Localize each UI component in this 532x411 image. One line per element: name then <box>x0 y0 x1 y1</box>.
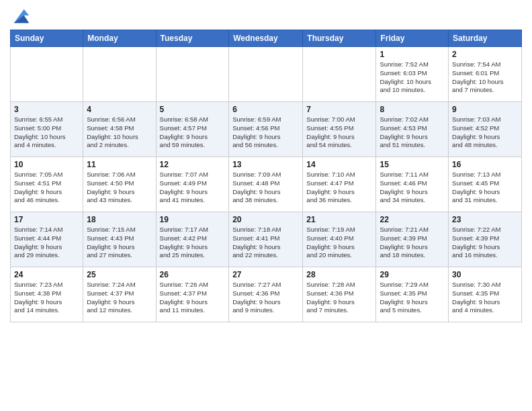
day-info: Sunrise: 7:07 AM Sunset: 4:49 PM Dayligh… <box>160 171 226 205</box>
calendar-cell: 14Sunrise: 7:10 AM Sunset: 4:47 PM Dayli… <box>303 157 376 212</box>
day-number: 12 <box>160 160 226 169</box>
day-number: 3 <box>14 105 79 114</box>
day-number: 30 <box>452 270 518 279</box>
weekday-header-monday: Monday <box>83 30 156 47</box>
weekday-header-row: SundayMondayTuesdayWednesdayThursdayFrid… <box>11 30 522 47</box>
day-info: Sunrise: 7:23 AM Sunset: 4:38 PM Dayligh… <box>14 281 79 315</box>
calendar-cell <box>303 47 376 102</box>
day-info: Sunrise: 7:54 AM Sunset: 6:01 PM Dayligh… <box>452 60 518 95</box>
day-number: 15 <box>380 160 445 169</box>
weekday-header-thursday: Thursday <box>303 30 376 47</box>
calendar-table: SundayMondayTuesdayWednesdayThursdayFrid… <box>10 30 522 322</box>
calendar-cell <box>11 47 83 102</box>
day-number: 9 <box>452 105 518 114</box>
calendar-cell: 7Sunrise: 7:00 AM Sunset: 4:55 PM Daylig… <box>303 102 376 157</box>
calendar-cell: 23Sunrise: 7:22 AM Sunset: 4:39 PM Dayli… <box>449 212 522 267</box>
day-number: 4 <box>87 105 152 114</box>
day-number: 25 <box>87 270 152 279</box>
calendar-cell: 19Sunrise: 7:17 AM Sunset: 4:42 PM Dayli… <box>156 212 229 267</box>
calendar-cell: 26Sunrise: 7:26 AM Sunset: 4:37 PM Dayli… <box>156 267 229 322</box>
day-number: 13 <box>232 160 299 169</box>
day-number: 19 <box>160 215 226 224</box>
day-info: Sunrise: 6:58 AM Sunset: 4:57 PM Dayligh… <box>160 116 226 150</box>
calendar-cell: 1Sunrise: 7:52 AM Sunset: 6:03 PM Daylig… <box>376 47 449 102</box>
calendar-cell: 4Sunrise: 6:56 AM Sunset: 4:58 PM Daylig… <box>83 102 156 157</box>
calendar-cell: 30Sunrise: 7:30 AM Sunset: 4:35 PM Dayli… <box>449 267 522 322</box>
day-info: Sunrise: 7:15 AM Sunset: 4:43 PM Dayligh… <box>87 226 152 260</box>
day-number: 17 <box>14 215 79 224</box>
calendar-cell <box>229 47 303 102</box>
calendar-cell: 18Sunrise: 7:15 AM Sunset: 4:43 PM Dayli… <box>83 212 156 267</box>
day-number: 18 <box>87 215 152 224</box>
calendar-cell: 29Sunrise: 7:29 AM Sunset: 4:35 PM Dayli… <box>376 267 449 322</box>
day-number: 28 <box>306 270 372 279</box>
day-info: Sunrise: 7:13 AM Sunset: 4:45 PM Dayligh… <box>452 171 518 205</box>
day-info: Sunrise: 7:09 AM Sunset: 4:48 PM Dayligh… <box>232 171 299 205</box>
weekday-header-sunday: Sunday <box>11 30 83 47</box>
calendar-cell: 16Sunrise: 7:13 AM Sunset: 4:45 PM Dayli… <box>449 157 522 212</box>
calendar-cell: 22Sunrise: 7:21 AM Sunset: 4:39 PM Dayli… <box>376 212 449 267</box>
logo-icon <box>11 7 30 26</box>
day-info: Sunrise: 7:17 AM Sunset: 4:42 PM Dayligh… <box>160 226 226 260</box>
day-info: Sunrise: 6:55 AM Sunset: 5:00 PM Dayligh… <box>14 116 79 150</box>
day-info: Sunrise: 7:05 AM Sunset: 4:51 PM Dayligh… <box>14 171 79 205</box>
day-number: 7 <box>306 105 372 114</box>
calendar-cell: 24Sunrise: 7:23 AM Sunset: 4:38 PM Dayli… <box>11 267 83 322</box>
day-info: Sunrise: 7:19 AM Sunset: 4:40 PM Dayligh… <box>306 226 372 260</box>
calendar-week-3: 10Sunrise: 7:05 AM Sunset: 4:51 PM Dayli… <box>11 157 522 212</box>
day-info: Sunrise: 7:11 AM Sunset: 4:46 PM Dayligh… <box>380 171 445 205</box>
day-number: 2 <box>452 50 518 59</box>
calendar-week-1: 1Sunrise: 7:52 AM Sunset: 6:03 PM Daylig… <box>11 47 522 102</box>
day-number: 11 <box>87 160 152 169</box>
calendar-cell: 17Sunrise: 7:14 AM Sunset: 4:44 PM Dayli… <box>11 212 83 267</box>
calendar-cell: 12Sunrise: 7:07 AM Sunset: 4:49 PM Dayli… <box>156 157 229 212</box>
calendar-cell: 8Sunrise: 7:02 AM Sunset: 4:53 PM Daylig… <box>376 102 449 157</box>
weekday-header-wednesday: Wednesday <box>229 30 303 47</box>
day-number: 6 <box>232 105 299 114</box>
day-number: 27 <box>232 270 299 279</box>
day-info: Sunrise: 7:10 AM Sunset: 4:47 PM Dayligh… <box>306 171 372 205</box>
day-number: 21 <box>306 215 372 224</box>
day-number: 14 <box>306 160 372 169</box>
day-number: 23 <box>452 215 518 224</box>
calendar-cell: 5Sunrise: 6:58 AM Sunset: 4:57 PM Daylig… <box>156 102 229 157</box>
day-number: 26 <box>160 270 226 279</box>
day-number: 1 <box>380 50 445 59</box>
calendar-cell: 27Sunrise: 7:27 AM Sunset: 4:36 PM Dayli… <box>229 267 303 322</box>
calendar-cell: 28Sunrise: 7:28 AM Sunset: 4:36 PM Dayli… <box>303 267 376 322</box>
day-info: Sunrise: 7:26 AM Sunset: 4:37 PM Dayligh… <box>160 281 226 315</box>
calendar-cell: 9Sunrise: 7:03 AM Sunset: 4:52 PM Daylig… <box>449 102 522 157</box>
calendar-cell: 25Sunrise: 7:24 AM Sunset: 4:37 PM Dayli… <box>83 267 156 322</box>
day-number: 29 <box>380 270 445 279</box>
day-number: 8 <box>380 105 445 114</box>
day-info: Sunrise: 7:21 AM Sunset: 4:39 PM Dayligh… <box>380 226 445 260</box>
day-number: 22 <box>380 215 445 224</box>
day-number: 10 <box>14 160 79 169</box>
day-info: Sunrise: 7:28 AM Sunset: 4:36 PM Dayligh… <box>306 281 372 315</box>
page: SundayMondayTuesdayWednesdayThursdayFrid… <box>0 0 532 329</box>
day-number: 20 <box>232 215 299 224</box>
calendar-cell: 3Sunrise: 6:55 AM Sunset: 5:00 PM Daylig… <box>11 102 83 157</box>
calendar-week-5: 24Sunrise: 7:23 AM Sunset: 4:38 PM Dayli… <box>11 267 522 322</box>
calendar-week-2: 3Sunrise: 6:55 AM Sunset: 5:00 PM Daylig… <box>11 102 522 157</box>
day-info: Sunrise: 7:02 AM Sunset: 4:53 PM Dayligh… <box>380 116 445 150</box>
day-info: Sunrise: 7:18 AM Sunset: 4:41 PM Dayligh… <box>232 226 299 260</box>
calendar-cell: 20Sunrise: 7:18 AM Sunset: 4:41 PM Dayli… <box>229 212 303 267</box>
day-info: Sunrise: 6:59 AM Sunset: 4:56 PM Dayligh… <box>232 116 299 150</box>
day-number: 5 <box>160 105 226 114</box>
day-info: Sunrise: 7:27 AM Sunset: 4:36 PM Dayligh… <box>232 281 299 315</box>
calendar-cell: 21Sunrise: 7:19 AM Sunset: 4:40 PM Dayli… <box>303 212 376 267</box>
calendar-week-4: 17Sunrise: 7:14 AM Sunset: 4:44 PM Dayli… <box>11 212 522 267</box>
weekday-header-tuesday: Tuesday <box>156 30 229 47</box>
calendar-cell: 10Sunrise: 7:05 AM Sunset: 4:51 PM Dayli… <box>11 157 83 212</box>
day-number: 24 <box>14 270 79 279</box>
day-info: Sunrise: 7:14 AM Sunset: 4:44 PM Dayligh… <box>14 226 79 260</box>
weekday-header-friday: Friday <box>376 30 449 47</box>
day-info: Sunrise: 7:06 AM Sunset: 4:50 PM Dayligh… <box>87 171 152 205</box>
calendar-cell: 13Sunrise: 7:09 AM Sunset: 4:48 PM Dayli… <box>229 157 303 212</box>
calendar-cell <box>156 47 229 102</box>
day-info: Sunrise: 7:24 AM Sunset: 4:37 PM Dayligh… <box>87 281 152 315</box>
day-info: Sunrise: 7:00 AM Sunset: 4:55 PM Dayligh… <box>306 116 372 150</box>
weekday-header-saturday: Saturday <box>449 30 522 47</box>
calendar-cell: 2Sunrise: 7:54 AM Sunset: 6:01 PM Daylig… <box>449 47 522 102</box>
